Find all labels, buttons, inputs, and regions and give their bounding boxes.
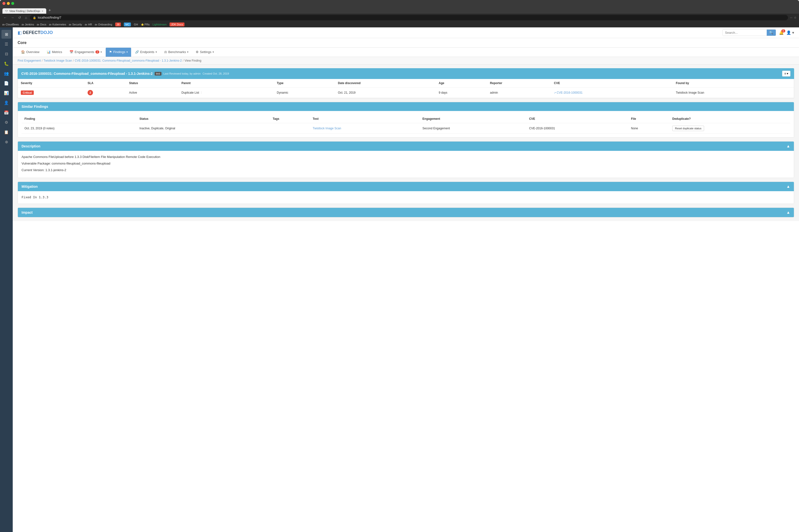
bookmark-label: Docs bbox=[40, 23, 46, 26]
sidebar-item-dashboard[interactable]: ⊞ bbox=[1, 30, 11, 39]
overview-icon: 🏠 bbox=[21, 50, 25, 54]
similar-test-link[interactable]: Twistlock Image Scan bbox=[313, 127, 341, 130]
breadcrumb-link[interactable]: Twistlock Image Scan bbox=[43, 59, 72, 62]
minimize-traffic-light[interactable] bbox=[7, 2, 10, 5]
notifications-button[interactable]: 🔔 5 bbox=[779, 30, 784, 35]
tab-metrics[interactable]: 📊 Metrics bbox=[43, 48, 66, 57]
bookmark-docs[interactable]: 🗁 Docs bbox=[37, 23, 46, 26]
sidebar-item-plugins[interactable]: ⊕ bbox=[1, 137, 11, 146]
tab-close-button[interactable]: × bbox=[42, 10, 43, 13]
impact-header[interactable]: Impact ▲ bbox=[18, 208, 794, 217]
found-by-column-header: Found by bbox=[673, 79, 794, 88]
file-col-header: File bbox=[628, 115, 669, 123]
forward-button[interactable]: → bbox=[10, 15, 15, 20]
bookmark-lightstream[interactable]: Lightstream bbox=[153, 23, 167, 26]
bookmark-onboarding[interactable]: 🗁 Onboarding bbox=[95, 23, 112, 26]
tab-label: Engagements bbox=[75, 50, 94, 54]
close-traffic-light[interactable] bbox=[2, 2, 5, 5]
cve-id: CVE-2016-1000031 bbox=[557, 91, 582, 94]
description-body: Apache Commons FileUpload before 1.3.3 D… bbox=[18, 151, 794, 178]
date-discovered-column-header: Date discovered bbox=[335, 79, 436, 88]
finding-details-table: Severity SLA Status Parent Type Date dis… bbox=[18, 79, 794, 98]
bookmark-security[interactable]: 🗁 Security bbox=[69, 23, 82, 26]
similar-status-cell: Inactive, Duplicate, Original bbox=[136, 123, 270, 134]
tab-label: Overview bbox=[26, 50, 39, 54]
bookmark-label: CloudBees bbox=[6, 23, 19, 26]
brand-logo: ◧ DEFECTDOJO bbox=[18, 30, 53, 35]
bookmark-hr[interactable]: 🗁 HR bbox=[85, 23, 92, 26]
bookmark-folder-icon: 🗁 bbox=[95, 23, 97, 26]
tab-engagements[interactable]: 📅 Engagements 2 ▾ bbox=[66, 48, 105, 57]
tab-overview[interactable]: 🏠 Overview bbox=[18, 48, 43, 57]
bookmark-j8[interactable]: J8 bbox=[115, 22, 121, 26]
similar-finding-cell: Oct. 23, 2019 (0 notes) bbox=[21, 123, 136, 134]
active-browser-tab[interactable]: 🛡 View Finding | DefectDojo × bbox=[2, 8, 46, 14]
bookmark-label: Jenkins bbox=[25, 23, 34, 26]
bookmark-gh[interactable]: GH bbox=[134, 23, 138, 26]
main-content: ◧ DEFECTDOJO 🔍 🔔 5 👤 ▾ Core bbox=[13, 27, 799, 532]
maximize-traffic-light[interactable] bbox=[11, 2, 14, 5]
list-icon: ☰ bbox=[5, 42, 8, 46]
similar-findings-section: Similar Findings Finding Status Tags Tes… bbox=[18, 102, 794, 138]
sidebar-item-bugs[interactable]: 🐛 bbox=[1, 59, 11, 68]
cve-link[interactable]: ↗ CVE-2016-1000031 bbox=[554, 91, 670, 94]
sidebar-item-inbox[interactable]: ⊟ bbox=[1, 50, 11, 58]
metrics-icon: 📊 bbox=[47, 50, 51, 54]
address-bar[interactable]: 🔒 localhost/finding/7 bbox=[30, 15, 788, 20]
description-header[interactable]: Description ▲ bbox=[18, 141, 794, 151]
severity-cell: Critical bbox=[18, 88, 85, 98]
user-menu-button[interactable]: 👤 ▾ bbox=[786, 30, 794, 35]
sidebar-item-reports[interactable]: 📊 bbox=[1, 89, 11, 97]
nav-actions: ··· ☆ bbox=[790, 16, 797, 19]
back-button[interactable]: ← bbox=[2, 15, 8, 20]
collapse-icon[interactable]: ▲ bbox=[786, 210, 790, 215]
bookmark-folder-icon: 🗁 bbox=[69, 23, 71, 26]
bookmark-icon[interactable]: ☆ bbox=[794, 16, 797, 19]
finding-actions-button[interactable]: ≡ ▾ bbox=[782, 71, 791, 77]
bookmark-kubernetes[interactable]: 🗁 Kubernetes bbox=[49, 23, 66, 26]
finding-col-header: Finding bbox=[21, 115, 136, 123]
tab-benchmarks[interactable]: ⚖ Benchmarks ▾ bbox=[161, 48, 192, 57]
sidebar-item-users[interactable]: 👤 bbox=[1, 98, 11, 107]
severity-column-header: Severity bbox=[18, 79, 85, 88]
breadcrumb-link[interactable]: First Engagement bbox=[18, 59, 41, 62]
sidebar-item-compliance[interactable]: 📋 bbox=[1, 128, 11, 136]
bookmark-folder-icon: 🗁 bbox=[49, 23, 52, 26]
browser-tabs: 🛡 View Finding | DefectDojo × + bbox=[2, 7, 797, 14]
tab-settings[interactable]: ⚙ Settings ▾ bbox=[192, 48, 217, 57]
sidebar-item-documents[interactable]: 📄 bbox=[1, 79, 11, 88]
team-icon: 👥 bbox=[4, 71, 9, 76]
bookmark-label: GH bbox=[134, 23, 138, 26]
gear-icon: ⚙ bbox=[5, 120, 8, 125]
bookmark-jdk-docs[interactable]: JDK Docs bbox=[169, 22, 184, 26]
search-input[interactable] bbox=[723, 30, 767, 36]
description-line-1: Apache Commons FileUpload before 1.3.3 D… bbox=[21, 154, 790, 160]
test-col-header: Test bbox=[310, 115, 420, 123]
tab-findings[interactable]: ⚑ Findings ▾ bbox=[106, 48, 131, 57]
reset-duplicate-button[interactable]: Reset duplicate status bbox=[672, 126, 704, 131]
sidebar-item-calendar[interactable]: 📅 bbox=[1, 108, 11, 117]
similar-file-cell: None bbox=[628, 123, 669, 134]
tab-label: Benchmarks bbox=[168, 50, 186, 54]
sidebar-item-settings[interactable]: ⚙ bbox=[1, 118, 11, 127]
mitigation-header[interactable]: Mitigation ▲ bbox=[18, 182, 794, 191]
bookmark-jenkins[interactable]: 🗁 Jenkins bbox=[22, 23, 34, 26]
tab-favicon: 🛡 bbox=[5, 10, 8, 13]
new-tab-button[interactable]: + bbox=[47, 7, 53, 14]
collapse-icon[interactable]: ▲ bbox=[786, 144, 790, 148]
reload-button[interactable]: ↺ bbox=[17, 15, 22, 20]
more-icon[interactable]: ··· bbox=[790, 16, 793, 19]
similar-findings-header[interactable]: Similar Findings bbox=[18, 102, 794, 111]
home-button[interactable]: ⌂ bbox=[24, 15, 28, 20]
collapse-icon[interactable]: ▲ bbox=[786, 184, 790, 189]
search-button[interactable]: 🔍 bbox=[767, 30, 776, 36]
tab-endpoints[interactable]: 🔗 Endpoints ▾ bbox=[132, 48, 160, 57]
bookmark-cloudbees[interactable]: 🗁 CloudBees bbox=[2, 23, 19, 26]
bookmark-label: JDK Docs bbox=[171, 23, 183, 26]
cve-col-header: CVE bbox=[526, 115, 628, 123]
sidebar-item-findings-list[interactable]: ☰ bbox=[1, 40, 11, 49]
bookmark-prs[interactable]: ⭐ PRs bbox=[141, 23, 150, 26]
bookmark-mc[interactable]: MC bbox=[124, 22, 131, 26]
sidebar-item-team[interactable]: 👥 bbox=[1, 69, 11, 78]
breadcrumb-link[interactable]: CVE-2016-1000031: Commons-Fileupload_com… bbox=[75, 59, 182, 62]
